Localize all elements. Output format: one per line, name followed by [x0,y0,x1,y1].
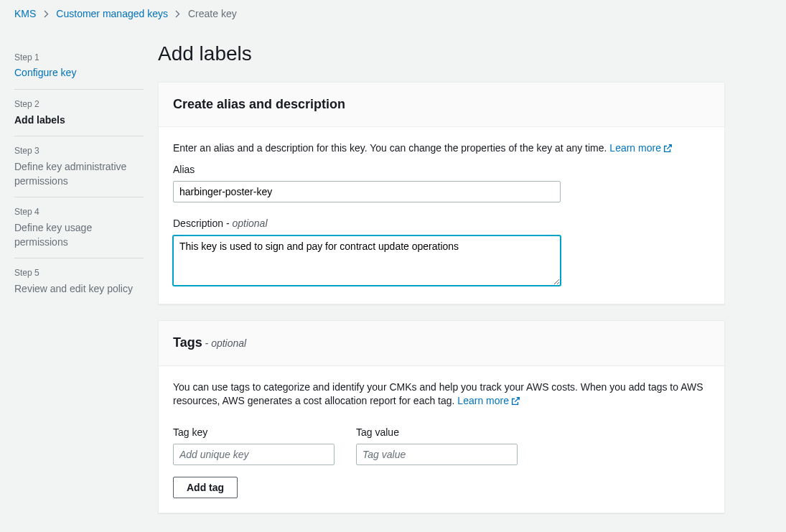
step-5: Step 5 Review and edit key policy [14,258,144,304]
wizard-steps-sidebar: Step 1 Configure key Step 2 Add labels S… [14,29,158,532]
page-title: Add labels [158,39,725,67]
alias-panel-heading: Create alias and description [173,95,710,113]
tag-key-label: Tag key [173,426,334,440]
step-label: Define key administrative permissions [14,160,144,188]
add-tag-button[interactable]: Add tag [173,477,238,498]
external-link-icon [663,144,673,154]
step-2[interactable]: Step 2 Add labels [14,90,144,136]
step-number: Step 1 [14,52,144,64]
alias-panel: Create alias and description Enter an al… [158,82,725,305]
tags-panel: Tags - optional You can use tags to cate… [158,320,725,513]
step-label: Review and edit key policy [14,282,144,297]
breadcrumb: KMS Customer managed keys Create key [0,0,786,29]
tag-value-input[interactable] [356,444,518,465]
step-3: Step 3 Define key administrative permiss… [14,136,144,197]
step-number: Step 2 [14,98,144,111]
alias-panel-header: Create alias and description [159,83,724,127]
step-number: Step 4 [14,206,144,218]
breadcrumb-root[interactable]: KMS [14,7,36,22]
breadcrumb-section[interactable]: Customer managed keys [56,7,168,22]
step-1[interactable]: Step 1 Configure key [14,43,144,90]
description-label: Description - optional [173,217,710,231]
alias-intro: Enter an alias and a description for thi… [173,141,710,156]
chevron-right-icon [43,11,49,17]
step-label: Define key usage permissions [14,221,144,249]
main-content: Add labels Create alias and description … [158,29,725,532]
tag-value-label: Tag value [356,426,518,440]
external-link-icon [510,396,520,406]
footer-actions: Cancel Previous Next [158,529,725,532]
chevron-right-icon [175,11,181,17]
step-number: Step 3 [14,145,144,157]
step-label: Add labels [14,113,144,128]
alias-label: Alias [173,163,710,177]
alias-input[interactable] [173,181,561,202]
tags-panel-header: Tags - optional [159,321,724,365]
learn-more-link[interactable]: Learn more [457,395,520,406]
tag-key-input[interactable] [173,444,334,465]
tags-panel-heading: Tags - optional [173,334,710,352]
description-input[interactable] [173,235,561,286]
step-4: Step 4 Define key usage permissions [14,197,144,258]
learn-more-link[interactable]: Learn more [609,142,673,154]
step-number: Step 5 [14,267,144,279]
breadcrumb-current: Create key [188,7,237,22]
tags-intro: You can use tags to categorize and ident… [173,381,710,409]
step-label: Configure key [14,66,144,80]
